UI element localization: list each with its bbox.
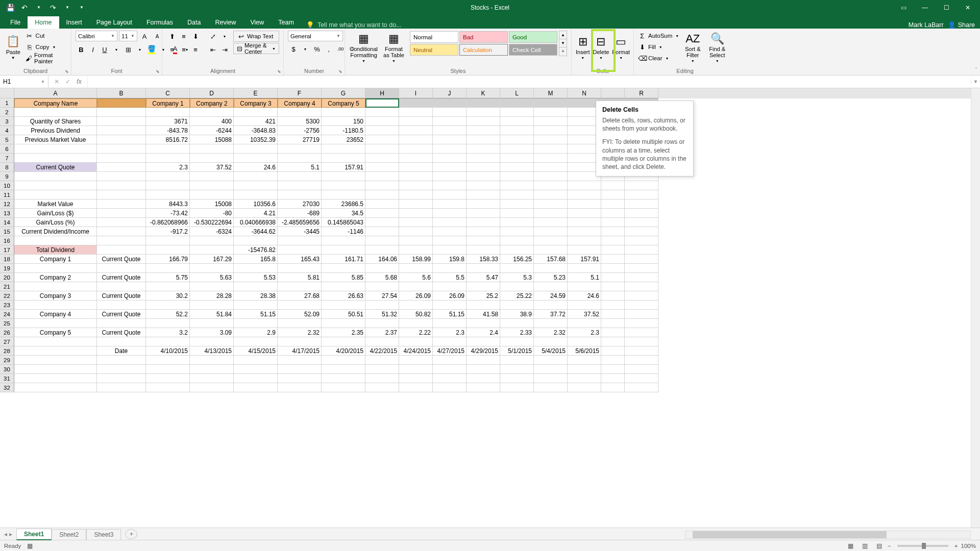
paste-button[interactable]: 📋 Paste ▼ <box>4 31 22 65</box>
tab-file[interactable]: File <box>3 16 28 29</box>
insert-cells-button[interactable]: ⊞Insert▼ <box>576 31 590 65</box>
align-right-icon[interactable]: ≡ <box>190 44 201 55</box>
sheet-nav-last-icon[interactable]: ▸ <box>9 531 12 538</box>
enter-formula-icon[interactable]: ✓ <box>63 78 73 85</box>
increase-indent-icon[interactable]: ⇥ <box>219 44 230 55</box>
zoom-level[interactable]: 100% <box>961 543 976 549</box>
tab-home[interactable]: Home <box>28 16 59 29</box>
shrink-font-icon[interactable]: A <box>152 31 163 42</box>
sheet-nav-first-icon[interactable]: ◂ <box>4 531 7 538</box>
undo-icon[interactable]: ↶ <box>18 2 31 14</box>
cells-area[interactable]: Company NameCompany 1Company 2Company 3C… <box>14 98 971 528</box>
clear-button[interactable]: ⌫Clear▼ <box>638 53 679 63</box>
border-button[interactable]: ⊞ <box>122 44 134 55</box>
expand-formula-bar[interactable]: ▼ <box>971 79 980 84</box>
name-box[interactable]: H1▼ <box>0 76 48 88</box>
sheet-tab-3[interactable]: Sheet3 <box>86 529 121 540</box>
sheet-tab-1[interactable]: Sheet1 <box>16 529 52 540</box>
underline-button[interactable]: U <box>99 44 110 55</box>
fill-color-button[interactable]: 🪣 <box>146 44 157 55</box>
vertical-scrollbar[interactable] <box>971 88 980 528</box>
decrease-indent-icon[interactable]: ⇤ <box>207 44 218 55</box>
style-calculation[interactable]: Calculation <box>459 44 508 56</box>
style-good[interactable]: Good <box>509 31 557 43</box>
style-bad[interactable]: Bad <box>459 31 508 43</box>
table-icon: ▦ <box>388 33 399 45</box>
sheet-tab-2[interactable]: Sheet2 <box>52 529 86 540</box>
tab-team[interactable]: Team <box>271 16 301 29</box>
close-icon[interactable]: ✕ <box>958 2 978 14</box>
redo-dropdown-icon[interactable]: ▼ <box>61 2 74 14</box>
copy-button[interactable]: ⎘Copy▼ <box>26 42 67 52</box>
cut-button[interactable]: ✂Cut <box>26 31 67 41</box>
tab-insert[interactable]: Insert <box>59 16 89 29</box>
share-button[interactable]: 👤 Share <box>948 21 975 29</box>
tab-data[interactable]: Data <box>180 16 208 29</box>
font-size-select[interactable]: 11▼ <box>119 31 137 41</box>
delete-cells-button[interactable]: ⊟Delete▼ <box>593 31 609 65</box>
user-name[interactable]: Mark LaBarr <box>909 21 944 29</box>
border-dropdown[interactable]: ▼ <box>134 44 145 55</box>
align-middle-icon[interactable]: ≡ <box>178 31 189 42</box>
orientation-icon[interactable]: ⤢ <box>207 31 218 42</box>
status-bar: Ready ▦ ▦ ▥ ▤ − + 100% <box>0 540 980 551</box>
normal-view-icon[interactable]: ▦ <box>845 541 856 550</box>
format-painter-button[interactable]: 🖌Format Painter <box>26 53 67 63</box>
formula-input[interactable] <box>87 76 971 88</box>
style-normal[interactable]: Normal <box>410 31 458 43</box>
minimize-icon[interactable]: — <box>915 2 935 14</box>
number-format-select[interactable]: General▼ <box>288 31 343 41</box>
conditional-formatting-button[interactable]: ▦Conditional Formatting▼ <box>349 31 378 65</box>
fx-icon[interactable]: fx <box>74 78 84 85</box>
format-icon: ▭ <box>616 36 626 48</box>
font-name-select[interactable]: Calibri▼ <box>76 31 117 41</box>
tell-me-search[interactable]: 💡 Tell me what you want to do... <box>301 21 407 29</box>
row-headers[interactable]: 1234567891011121314151617181920212223242… <box>0 98 14 528</box>
undo-dropdown-icon[interactable]: ▼ <box>33 2 45 14</box>
add-sheet-button[interactable]: + <box>125 529 137 539</box>
merge-center-button[interactable]: ⊟Merge & Center▼ <box>233 43 279 54</box>
style-gallery-scroll[interactable]: ▲▼≡ <box>559 31 567 56</box>
tab-formulas[interactable]: Formulas <box>139 16 180 29</box>
comma-icon[interactable]: , <box>323 43 334 55</box>
redo-icon[interactable]: ↷ <box>47 2 59 14</box>
fill-button[interactable]: ⬇Fill▼ <box>638 42 679 52</box>
autosum-button[interactable]: ΣAutoSum▼ <box>638 31 679 41</box>
increase-decimal-icon[interactable]: .00 <box>335 43 346 55</box>
italic-button[interactable]: I <box>87 44 99 55</box>
wrap-text-button[interactable]: ↩Wrap Text <box>233 31 279 42</box>
style-check-cell[interactable]: Check Cell <box>509 44 557 56</box>
collapse-ribbon-icon[interactable]: ˆ <box>975 67 977 73</box>
percent-icon[interactable]: % <box>311 43 323 55</box>
align-left-icon[interactable]: ≡ <box>166 44 178 55</box>
underline-dropdown[interactable]: ▼ <box>111 44 122 55</box>
align-top-icon[interactable]: ⬆ <box>166 31 178 42</box>
grow-font-icon[interactable]: A <box>139 31 150 42</box>
zoom-slider[interactable] <box>897 545 948 547</box>
bold-button[interactable]: B <box>76 44 87 55</box>
tab-page-layout[interactable]: Page Layout <box>89 16 139 29</box>
tab-review[interactable]: Review <box>208 16 243 29</box>
maximize-icon[interactable]: ☐ <box>936 2 957 14</box>
ribbon-display-icon[interactable]: ▭ <box>893 2 914 14</box>
align-center-icon[interactable]: ≡ <box>178 44 189 55</box>
format-cells-button[interactable]: ▭Format▼ <box>612 31 630 65</box>
sort-filter-button[interactable]: A͏ZSort & Filter▼ <box>682 31 703 65</box>
page-break-view-icon[interactable]: ▤ <box>873 541 885 550</box>
qat-customize-icon[interactable]: ▼ <box>76 2 88 14</box>
cancel-formula-icon[interactable]: ✕ <box>52 78 62 85</box>
page-layout-view-icon[interactable]: ▥ <box>859 541 870 550</box>
style-neutral[interactable]: Neutral <box>410 44 458 56</box>
save-icon[interactable]: 💾 <box>4 2 16 14</box>
column-headers[interactable]: ABCDEFGHIJKLMNR <box>14 88 971 98</box>
format-as-table-button[interactable]: ▦Format as Table▼ <box>381 31 406 65</box>
horizontal-scrollbar[interactable] <box>685 531 971 539</box>
tab-view[interactable]: View <box>243 16 271 29</box>
currency-icon[interactable]: $ <box>288 43 299 55</box>
zoom-in-icon[interactable]: + <box>954 543 958 549</box>
zoom-out-icon[interactable]: − <box>888 543 891 549</box>
select-all-button[interactable] <box>0 88 14 98</box>
find-select-button[interactable]: 🔍Find & Select▼ <box>706 31 728 65</box>
macro-record-icon[interactable]: ▦ <box>27 542 33 549</box>
align-bottom-icon[interactable]: ⬇ <box>190 31 201 42</box>
